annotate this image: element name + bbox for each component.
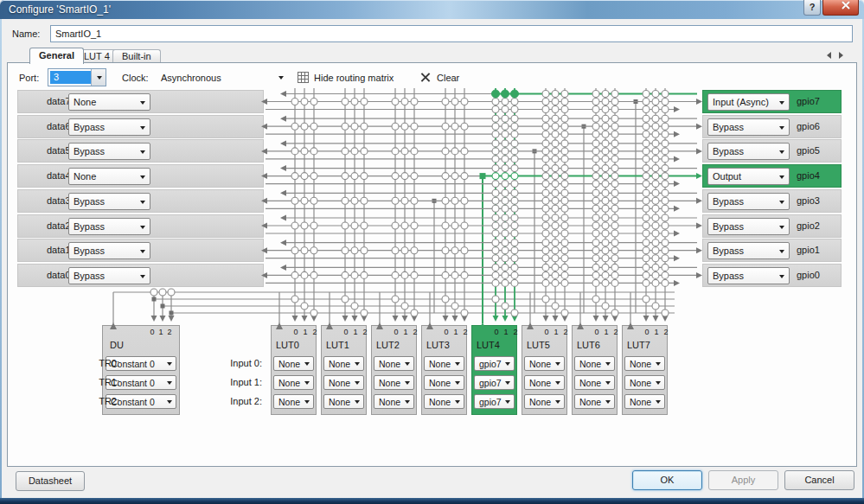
port-arrow-button[interactable] [91,69,106,86]
data4-select[interactable]: None [68,168,150,185]
lut0-input2-select[interactable]: None [273,394,314,409]
tr0-label: TR0: [76,358,119,368]
lut1-input2-select[interactable]: None [323,394,364,409]
data-row-1: data1 Bypass [17,239,264,262]
lut4-input1-select[interactable]: gpio7 [474,375,515,390]
cancel-button[interactable]: Cancel [784,470,854,490]
data0-value: Bypass [74,271,105,281]
lut1-input0-select[interactable]: None [323,356,364,371]
lut4-input0-select[interactable]: gpio7 [474,356,515,371]
lut5-input2-select[interactable]: None [524,394,565,409]
lut-pin-2: 2 [512,328,519,336]
tr2-label: TR2: [76,396,119,406]
lut0-block: 012 LUT0 None None None [271,325,317,415]
chevron-down-icon [605,381,611,385]
lut5-input0-value: None [529,359,551,369]
tab-built-in[interactable]: Built-in [112,49,161,63]
data0-select[interactable]: Bypass [68,267,150,284]
data3-select[interactable]: Bypass [68,193,150,210]
data6-select[interactable]: Bypass [68,118,150,136]
hide-routing-matrix-button[interactable]: Hide routing matrix [294,68,415,86]
clear-button[interactable]: Clear [417,68,467,86]
gpio4-select[interactable]: Output [707,168,790,185]
datasheet-button[interactable]: Datasheet [16,471,85,491]
port-select[interactable]: 3 [48,68,106,86]
chevron-down-icon [779,101,784,105]
lut6-input2-value: None [579,397,601,407]
gpio-row-7: Input (Async) gpio7 [702,90,842,113]
tab-scroll-right-icon[interactable] [839,52,843,59]
clock-value: Asynchronous [161,73,221,83]
du-title: DU [110,340,124,350]
lut2-input2-select[interactable]: None [374,394,414,409]
gpio0-select[interactable]: Bypass [707,267,790,284]
chevron-down-icon [97,76,102,80]
lut6-block: 012 LUT6 None None None [572,325,618,415]
close-button[interactable] [822,0,859,16]
clock-label: Clock: [122,73,149,83]
lut7-input0-select[interactable]: None [624,356,665,371]
lut4-input1-value: gpio7 [479,378,502,388]
gpio3-select[interactable]: Bypass [707,193,790,210]
data-row-4: data4 None [17,164,264,188]
lut6-input0-select[interactable]: None [574,356,615,371]
data7-select[interactable]: None [68,93,150,111]
data5-select[interactable]: Bypass [68,143,150,160]
lut-pin-0: 0 [342,328,349,336]
lut2-input2-value: None [379,397,400,407]
lut5-input0-select[interactable]: None [524,356,565,371]
lut6-input1-select[interactable]: None [574,375,615,390]
chevron-down-icon [505,400,510,404]
data-row-label: data3 [47,195,71,206]
gpio2-select[interactable]: Bypass [707,218,790,235]
lut2-input1-select[interactable]: None [374,375,414,390]
lut3-input0-select[interactable]: None [424,356,464,371]
lut7-title: LUT7 [627,340,650,350]
lut0-input2-value: None [278,397,300,407]
lut7-input2-select[interactable]: None [624,394,665,409]
tab-general[interactable]: General [29,48,84,64]
lut-pin-1: 1 [603,328,610,336]
lut3-input2-select[interactable]: None [424,394,464,409]
lut4-input2-select[interactable]: gpio7 [474,394,515,409]
tab-scroll-left-icon[interactable] [827,52,831,59]
gpio5-select[interactable]: Bypass [707,143,790,160]
lut2-input0-value: None [379,359,400,369]
apply-button[interactable]: Apply [708,470,778,490]
lut4-input2-value: gpio7 [479,397,502,407]
lut0-input0-select[interactable]: None [273,356,314,371]
ok-button[interactable]: OK [632,470,702,490]
lut5-input1-select[interactable]: None [524,375,565,390]
lut1-title: LUT1 [326,340,349,350]
lut0-input1-select[interactable]: None [273,375,314,390]
data1-select[interactable]: Bypass [68,242,150,259]
name-input[interactable]: SmartIO_1 [50,25,853,42]
gpio7-select[interactable]: Input (Async) [707,93,790,111]
lut-pin-0: 0 [443,328,450,336]
help-button[interactable]: ? [803,0,821,16]
lut6-input2-select[interactable]: None [574,394,615,409]
data2-select[interactable]: Bypass [68,218,150,235]
gpio-row-4: Output gpio4 [702,164,842,188]
lut2-input0-select[interactable]: None [374,356,414,371]
lut3-input0-value: None [429,359,451,369]
lut4-title: LUT4 [477,340,500,350]
lut-pin-0: 0 [543,328,550,336]
lut-pin-0: 0 [593,328,600,336]
lut6-input1-value: None [579,378,601,388]
du-pin-0: 0 [149,328,156,336]
chevron-down-icon [555,400,560,404]
window-frame-bottom [0,498,864,504]
lut0-input1-value: None [278,378,300,388]
lut1-input1-select[interactable]: None [323,375,364,390]
chevron-down-icon [555,362,560,366]
lut3-input1-select[interactable]: None [424,375,464,390]
lut7-input1-select[interactable]: None [624,375,665,390]
chevron-down-icon [656,400,661,404]
data-row-7: data7 None [17,90,264,113]
clock-select[interactable]: Asynchronous [157,68,287,86]
gpio6-select[interactable]: Bypass [707,118,790,136]
gpio-row-label: gpio1 [797,245,820,255]
title-bar[interactable]: Configure 'SmartIO_1' [0,0,864,19]
gpio1-select[interactable]: Bypass [707,242,790,259]
